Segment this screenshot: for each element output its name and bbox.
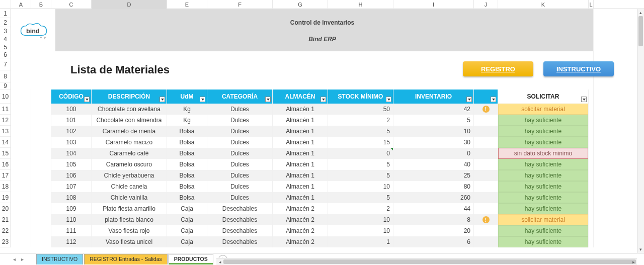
table-cell[interactable]: 1 — [328, 236, 393, 247]
column-header-codigo[interactable]: CÓDIGO — [51, 90, 92, 104]
table-cell[interactable]: Plato fiesta amarillo — [92, 203, 167, 214]
filter-arrow-icon[interactable] — [159, 97, 165, 102]
table-cell[interactable]: 108 — [51, 192, 92, 203]
table-cell[interactable]: Almacen 1 — [273, 181, 328, 192]
table-cell[interactable]: Bolsa — [167, 170, 207, 181]
table-cell[interactable]: 107 — [51, 181, 92, 192]
table-cell[interactable]: 106 — [51, 170, 92, 181]
column-header-corner[interactable] — [0, 0, 11, 9]
table-cell[interactable]: 111 — [51, 225, 92, 236]
table-cell[interactable]: Dulces — [207, 148, 273, 159]
registro-button[interactable]: REGISTRO — [463, 61, 533, 76]
table-cell[interactable]: 15 — [328, 137, 393, 148]
table-cell[interactable]: 6 — [393, 236, 474, 247]
table-cell[interactable]: 10 — [328, 225, 393, 236]
table-cell[interactable]: Almacén 1 — [273, 192, 328, 203]
row-number[interactable]: 20 — [0, 203, 11, 214]
table-cell[interactable]: Almacén 1 — [273, 148, 328, 159]
table-row[interactable]: 14103Caramelo macizoBolsaDulcesAlmacén 1… — [0, 137, 644, 148]
table-cell[interactable]: 100 — [51, 104, 92, 115]
table-cell[interactable]: 260 — [393, 192, 474, 203]
table-cell[interactable]: 102 — [51, 126, 92, 137]
table-cell[interactable]: Almacén 1 — [273, 104, 328, 115]
row-number[interactable]: 12 — [0, 115, 11, 126]
table-cell[interactable]: 0 — [393, 148, 474, 159]
table-cell[interactable]: 105 — [51, 159, 92, 170]
filter-arrow-icon[interactable] — [84, 97, 90, 102]
table-cell[interactable]: 5 — [328, 126, 393, 137]
table-row[interactable]: 18107Chicle canelaBolsaDulcesAlmacen 110… — [0, 181, 644, 192]
status-cell[interactable]: hay suficiente — [498, 203, 589, 214]
table-cell[interactable]: 109 — [51, 203, 92, 214]
table-cell[interactable]: 80 — [393, 181, 474, 192]
table-cell[interactable]: Caja — [167, 203, 207, 214]
table-cell[interactable]: 101 — [51, 115, 92, 126]
row-number[interactable]: 19 — [0, 192, 11, 203]
table-cell[interactable]: 0 — [328, 148, 393, 159]
table-cell[interactable]: 20 — [393, 225, 474, 236]
table-cell[interactable]: 8 — [393, 214, 474, 225]
status-cell[interactable]: hay suficiente — [498, 170, 589, 181]
table-cell[interactable]: 2 — [328, 203, 393, 214]
column-header-L[interactable]: L — [589, 0, 594, 9]
table-cell[interactable]: Vaso fiesta rojo — [92, 225, 167, 236]
table-cell[interactable]: 112 — [51, 236, 92, 247]
table-cell[interactable]: Dulces — [207, 126, 273, 137]
filter-arrow-icon[interactable] — [386, 97, 391, 102]
table-cell[interactable]: Bolsa — [167, 148, 207, 159]
table-cell[interactable]: 5 — [328, 170, 393, 181]
status-cell[interactable]: solicitar material — [498, 104, 589, 115]
column-header-udm[interactable]: UdM — [167, 90, 207, 104]
status-cell[interactable]: hay suficiente — [498, 159, 589, 170]
column-header-E[interactable]: E — [167, 0, 207, 9]
table-cell[interactable]: Almacén 2 — [273, 236, 328, 247]
filter-arrow-icon[interactable] — [265, 97, 271, 102]
table-cell[interactable]: Dulces — [207, 170, 273, 181]
table-cell[interactable]: Desechables — [207, 203, 273, 214]
column-header-H[interactable]: H — [328, 0, 393, 9]
table-row[interactable]: 21110plato fiesta blancoCajaDesechablesA… — [0, 214, 644, 225]
row-number[interactable]: 13 — [0, 126, 11, 137]
table-cell[interactable]: Caramelo macizo — [92, 137, 167, 148]
table-row[interactable]: 23112Vaso fiesta unicelCajaDesechablesAl… — [0, 236, 644, 247]
table-cell[interactable]: Almacén 1 — [273, 126, 328, 137]
column-header-categoria[interactable]: CATEGORÍA — [207, 90, 273, 104]
status-cell[interactable]: hay suficiente — [498, 115, 589, 126]
table-cell[interactable]: Almacén 1 — [273, 159, 328, 170]
table-cell[interactable]: Kg — [167, 115, 207, 126]
table-cell[interactable]: Almacén 2 — [273, 225, 328, 236]
table-cell[interactable]: 5 — [393, 115, 474, 126]
table-cell[interactable]: Chicle canela — [92, 181, 167, 192]
table-row[interactable]: 13102Caramelo de mentaBolsaDulcesAlmacén… — [0, 126, 644, 137]
filter-arrow-icon[interactable] — [320, 97, 326, 102]
table-row[interactable]: 20109Plato fiesta amarilloCajaDesechable… — [0, 203, 644, 214]
column-header-I[interactable]: I — [393, 0, 474, 9]
table-cell[interactable]: Dulces — [207, 181, 273, 192]
table-row[interactable]: 16105Caramelo oscuroBolsaDulcesAlmacén 1… — [0, 159, 644, 170]
column-header-stock_minimo[interactable]: STOCK MÍNIMO — [328, 90, 393, 104]
row-number[interactable]: 10 — [0, 90, 11, 104]
table-cell[interactable]: Bolsa — [167, 181, 207, 192]
table-row[interactable]: 15104Caramelo caféBolsaDulcesAlmacén 100… — [0, 148, 644, 159]
table-cell[interactable]: Almacén 2 — [273, 214, 328, 225]
table-row[interactable]: 17106Chicle yerbabuenaBolsaDulcesAlmacén… — [0, 170, 644, 181]
column-header-D[interactable]: D — [92, 0, 167, 9]
table-cell[interactable]: 10 — [328, 214, 393, 225]
filter-arrow-icon[interactable] — [581, 97, 587, 102]
row-number[interactable]: 15 — [0, 148, 11, 159]
row-number[interactable]: 22 — [0, 225, 11, 236]
table-row[interactable]: 22111Vaso fiesta rojoCajaDesechablesAlma… — [0, 225, 644, 236]
row-number[interactable]: 9 — [0, 82, 11, 90]
table-cell[interactable]: 30 — [393, 137, 474, 148]
table-cell[interactable]: Chicle vainilla — [92, 192, 167, 203]
row-number[interactable]: 18 — [0, 181, 11, 192]
table-cell[interactable]: 44 — [393, 203, 474, 214]
table-cell[interactable]: 42 — [393, 104, 474, 115]
table-cell[interactable]: 103 — [51, 137, 92, 148]
sheet-tab[interactable]: INSTRUCTIVO — [36, 254, 83, 264]
filter-arrow-icon[interactable] — [466, 97, 472, 102]
column-header-C[interactable]: C — [51, 0, 92, 9]
table-cell[interactable]: Caja — [167, 236, 207, 247]
column-header-K[interactable]: K — [498, 0, 589, 9]
table-cell[interactable]: Bolsa — [167, 159, 207, 170]
